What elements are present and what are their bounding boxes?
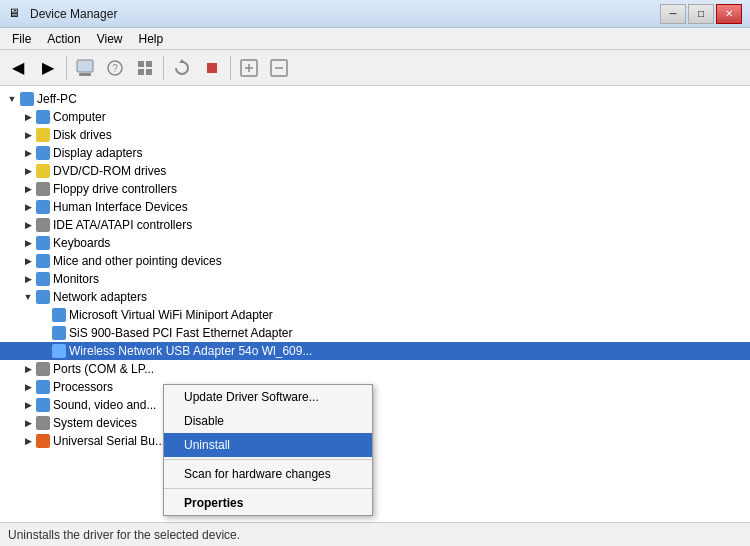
tree-item-sis-eth[interactable]: SiS 900-Based PCI Fast Ethernet Adapter bbox=[0, 324, 750, 342]
expand-icon-sound[interactable]: ▶ bbox=[20, 397, 36, 413]
expand-icon-ide[interactable]: ▶ bbox=[20, 217, 36, 233]
maximize-button[interactable]: □ bbox=[688, 4, 714, 24]
svg-rect-5 bbox=[146, 61, 152, 67]
keyboards-icon bbox=[36, 236, 50, 250]
minimize-button[interactable]: ─ bbox=[660, 4, 686, 24]
disk-icon bbox=[36, 128, 50, 142]
ctx-properties[interactable]: Properties bbox=[164, 491, 372, 515]
expand-icon-ports[interactable]: ▶ bbox=[20, 361, 36, 377]
hid-icon bbox=[36, 200, 50, 214]
tree-item-processors[interactable]: ▶ Processors bbox=[0, 378, 750, 396]
grid-button[interactable] bbox=[131, 54, 159, 82]
expand-icon-computer[interactable]: ▶ bbox=[20, 109, 36, 125]
processors-icon bbox=[36, 380, 50, 394]
tree-item-sound[interactable]: ▶ Sound, video and... bbox=[0, 396, 750, 414]
dvd-icon bbox=[36, 164, 50, 178]
ide-icon bbox=[36, 218, 50, 232]
tree-view[interactable]: ▼ Jeff-PC ▶ Computer ▶ Disk drives ▶ Dis… bbox=[0, 86, 750, 522]
tree-item-ide[interactable]: ▶ IDE ATA/ATAPI controllers bbox=[0, 216, 750, 234]
expand-icon-network[interactable]: ▼ bbox=[20, 289, 36, 305]
toolbar-sep-2 bbox=[163, 56, 164, 80]
ctx-sep-2 bbox=[164, 488, 372, 489]
expand-icon-processors[interactable]: ▶ bbox=[20, 379, 36, 395]
refresh-button[interactable] bbox=[168, 54, 196, 82]
menu-action[interactable]: Action bbox=[39, 30, 88, 48]
expand-icon-sis-eth bbox=[36, 325, 52, 341]
forward-button[interactable]: ▶ bbox=[34, 54, 62, 82]
ctx-scan[interactable]: Scan for hardware changes bbox=[164, 462, 372, 486]
expand-icon-mice[interactable]: ▶ bbox=[20, 253, 36, 269]
close-button[interactable]: ✕ bbox=[716, 4, 742, 24]
processors-label: Processors bbox=[53, 380, 113, 394]
monitors-icon bbox=[36, 272, 50, 286]
tree-item-network[interactable]: ▼ Network adapters bbox=[0, 288, 750, 306]
svg-marker-8 bbox=[179, 59, 185, 63]
expand-icon-root[interactable]: ▼ bbox=[4, 91, 20, 107]
root-label: Jeff-PC bbox=[37, 92, 77, 106]
tree-item-ms-wifi[interactable]: Microsoft Virtual WiFi Miniport Adapter bbox=[0, 306, 750, 324]
tree-item-floppy[interactable]: ▶ Floppy drive controllers bbox=[0, 180, 750, 198]
network-icon bbox=[36, 290, 50, 304]
svg-rect-1 bbox=[79, 73, 91, 76]
wireless-icon bbox=[52, 344, 66, 358]
system-icon bbox=[36, 416, 50, 430]
tree-item-display[interactable]: ▶ Display adapters bbox=[0, 144, 750, 162]
tree-item-monitors[interactable]: ▶ Monitors bbox=[0, 270, 750, 288]
svg-rect-0 bbox=[77, 60, 93, 72]
help-button[interactable]: ? bbox=[101, 54, 129, 82]
floppy-label: Floppy drive controllers bbox=[53, 182, 177, 196]
tree-item-mice[interactable]: ▶ Mice and other pointing devices bbox=[0, 252, 750, 270]
expand-icon-system[interactable]: ▶ bbox=[20, 415, 36, 431]
svg-text:?: ? bbox=[112, 63, 118, 74]
properties-button[interactable] bbox=[71, 54, 99, 82]
collapse-button[interactable] bbox=[265, 54, 293, 82]
tree-item-wireless[interactable]: Wireless Network USB Adapter 54o Wl_609.… bbox=[0, 342, 750, 360]
menu-view[interactable]: View bbox=[89, 30, 131, 48]
svg-rect-7 bbox=[146, 69, 152, 75]
expand-icon-disk[interactable]: ▶ bbox=[20, 127, 36, 143]
title-bar: 🖥 Device Manager ─ □ ✕ bbox=[0, 0, 750, 28]
ports-icon bbox=[36, 362, 50, 376]
tree-item-keyboards[interactable]: ▶ Keyboards bbox=[0, 234, 750, 252]
window-controls: ─ □ ✕ bbox=[660, 4, 742, 24]
ide-label: IDE ATA/ATAPI controllers bbox=[53, 218, 192, 232]
expand-icon-hid[interactable]: ▶ bbox=[20, 199, 36, 215]
tree-item-ports[interactable]: ▶ Ports (COM & LP... bbox=[0, 360, 750, 378]
tree-item-hid[interactable]: ▶ Human Interface Devices bbox=[0, 198, 750, 216]
tree-item-computer[interactable]: ▶ Computer bbox=[0, 108, 750, 126]
tree-item-usb[interactable]: ▶ Universal Serial Bu... bbox=[0, 432, 750, 450]
menu-file[interactable]: File bbox=[4, 30, 39, 48]
expand-icon-monitors[interactable]: ▶ bbox=[20, 271, 36, 287]
root-icon bbox=[20, 92, 34, 106]
expand-icon-usb[interactable]: ▶ bbox=[20, 433, 36, 449]
tree-item-dvd[interactable]: ▶ DVD/CD-ROM drives bbox=[0, 162, 750, 180]
ms-wifi-icon bbox=[52, 308, 66, 322]
tree-root[interactable]: ▼ Jeff-PC bbox=[0, 90, 750, 108]
keyboards-label: Keyboards bbox=[53, 236, 110, 250]
back-button[interactable]: ◀ bbox=[4, 54, 32, 82]
sound-icon bbox=[36, 398, 50, 412]
tree-item-disk[interactable]: ▶ Disk drives bbox=[0, 126, 750, 144]
menu-bar: File Action View Help bbox=[0, 28, 750, 50]
usb-icon bbox=[36, 434, 50, 448]
expand-button[interactable] bbox=[235, 54, 263, 82]
tree-item-system[interactable]: ▶ System devices bbox=[0, 414, 750, 432]
sound-label: Sound, video and... bbox=[53, 398, 156, 412]
menu-help[interactable]: Help bbox=[131, 30, 172, 48]
expand-icon-dvd[interactable]: ▶ bbox=[20, 163, 36, 179]
window-title: Device Manager bbox=[30, 7, 660, 21]
ctx-uninstall[interactable]: Uninstall bbox=[164, 433, 372, 457]
expand-icon-display[interactable]: ▶ bbox=[20, 145, 36, 161]
ctx-update[interactable]: Update Driver Software... bbox=[164, 385, 372, 409]
main-content: ▼ Jeff-PC ▶ Computer ▶ Disk drives ▶ Dis… bbox=[0, 86, 750, 522]
ctx-disable[interactable]: Disable bbox=[164, 409, 372, 433]
usb-label: Universal Serial Bu... bbox=[53, 434, 165, 448]
toolbar: ◀ ▶ ? bbox=[0, 50, 750, 86]
display-icon bbox=[36, 146, 50, 160]
computer-label: Computer bbox=[53, 110, 106, 124]
expand-icon-keyboards[interactable]: ▶ bbox=[20, 235, 36, 251]
stop-button[interactable] bbox=[198, 54, 226, 82]
ports-label: Ports (COM & LP... bbox=[53, 362, 154, 376]
toolbar-sep-3 bbox=[230, 56, 231, 80]
expand-icon-floppy[interactable]: ▶ bbox=[20, 181, 36, 197]
